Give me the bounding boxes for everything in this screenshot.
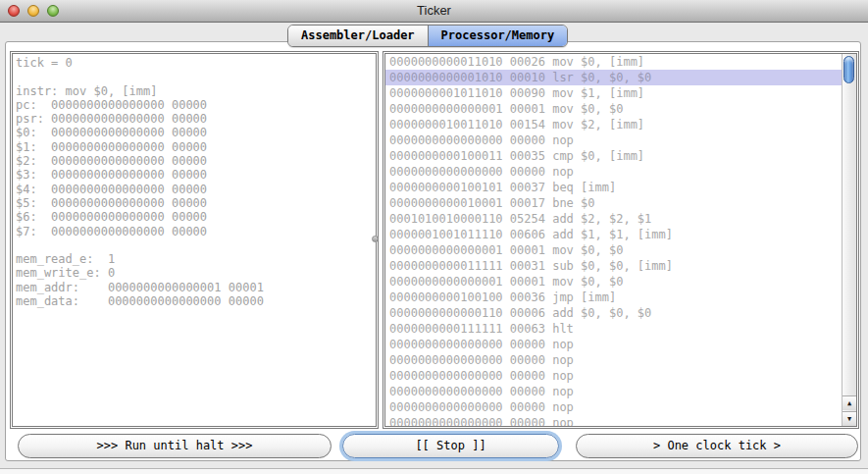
memory-panel: 0000000000011010 00026 mov $0, [imm]0000… [383, 51, 859, 429]
window-bottom-edge [0, 468, 868, 474]
memory-row[interactable]: 0000000000000000 00000 nop [385, 164, 842, 180]
memory-row[interactable]: 0000000000000000 00000 nop [385, 352, 842, 368]
memory-row[interactable]: 0000000001011010 00090 mov $1, [imm] [385, 85, 842, 101]
arrow-down-icon: ▼ [847, 415, 851, 423]
memory-row[interactable]: 0000000000000000 00000 nop [385, 399, 842, 415]
arrow-up-icon: ▲ [847, 399, 851, 407]
memory-row[interactable]: 0000000000000110 00006 add $0, $0, $0 [385, 305, 842, 321]
memory-row[interactable]: 0000001001011110 00606 add $1, $1, [imm] [385, 227, 842, 242]
stop-button[interactable]: [[ Stop ]] [342, 434, 559, 458]
title-bar: Ticker [0, 0, 868, 23]
tab-processor-memory[interactable]: Processor/Memory [429, 26, 568, 46]
memory-row[interactable]: 0000000000000000 00000 nop [385, 337, 842, 352]
scroll-down-button[interactable]: ▼ [842, 411, 856, 426]
memory-row[interactable]: 0000000000100100 00036 jmp [imm] [385, 290, 842, 305]
memory-row[interactable]: 0000000000111111 00063 hlt [385, 321, 842, 337]
one-clock-tick-button[interactable]: > One clock tick > [576, 434, 858, 458]
memory-row[interactable]: 0000000000100101 00037 beq [imm] [385, 180, 842, 195]
memory-row[interactable]: 0000000000000001 00001 mov $0, $0 [385, 274, 842, 290]
memory-row[interactable]: 0000000000011111 00031 sub $0, $0, [imm] [385, 258, 842, 274]
memory-row[interactable]: 0001010010000110 05254 add $2, $2, $1 [385, 211, 842, 227]
window-title: Ticker [0, 0, 868, 22]
tab-bar: Assembler/Loader Processor/Memory [287, 25, 568, 47]
memory-row[interactable]: 0000000000000000 00000 nop [385, 132, 842, 148]
memory-row[interactable]: 0000000000000000 00000 nop [385, 384, 842, 399]
memory-inner: 0000000000011010 00026 mov $0, [imm]0000… [384, 53, 857, 427]
memory-row[interactable]: 0000000000000001 00001 mov $0, $0 [385, 242, 842, 258]
memory-row[interactable]: 0000000010011010 00154 mov $2, [imm] [385, 117, 842, 132]
splitter-handle[interactable] [372, 236, 379, 242]
memory-row[interactable]: 0000000000011010 00026 mov $0, [imm] [385, 54, 842, 70]
memory-scrollbar[interactable]: ▲ ▼ [842, 54, 856, 426]
scrollbar-thumb[interactable] [843, 56, 854, 83]
memory-list: 0000000000011010 00026 mov $0, [imm]0000… [385, 54, 842, 426]
processor-state-text: tick = 0 instr: mov $0, [imm] pc: 000000… [13, 54, 376, 310]
memory-row[interactable]: 0000000000000000 00000 nop [385, 415, 842, 426]
memory-row[interactable]: 0000000000000001 00001 mov $0, $0 [385, 101, 842, 117]
app-window: Ticker Assembler/Loader Processor/Memory… [0, 0, 868, 474]
processor-state-panel: tick = 0 instr: mov $0, [imm] pc: 000000… [10, 51, 379, 429]
memory-row[interactable]: 0000000000001010 00010 lsr $0, $0, $0 [385, 70, 842, 85]
memory-row[interactable]: 0000000000000000 00000 nop [385, 368, 842, 384]
memory-row[interactable]: 0000000000010001 00017 bne $0 [385, 195, 842, 211]
processor-state-inner: tick = 0 instr: mov $0, [imm] pc: 000000… [12, 53, 377, 427]
memory-row[interactable]: 0000000000100011 00035 cmp $0, [imm] [385, 148, 842, 164]
run-until-halt-button[interactable]: >>> Run until halt >>> [18, 434, 332, 458]
tab-assembler-loader[interactable]: Assembler/Loader [288, 26, 429, 46]
scroll-up-button[interactable]: ▲ [842, 395, 856, 410]
